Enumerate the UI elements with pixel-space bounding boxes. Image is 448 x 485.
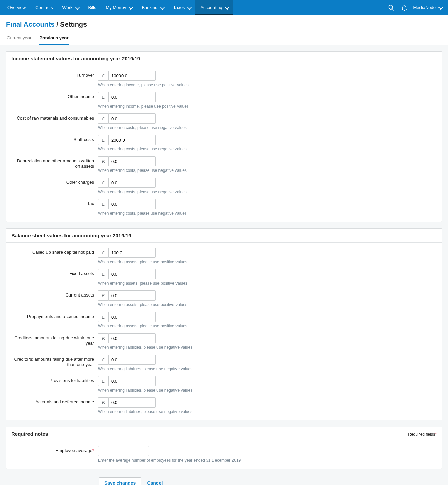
form-row: Cost of raw materials and consumables£Wh… <box>11 113 437 134</box>
value-input[interactable] <box>108 248 156 258</box>
input-group: £ <box>98 178 187 188</box>
balance-panel: Balance sheet values for accounting year… <box>6 228 442 420</box>
notes-panel: Required notes Required fields* Employee… <box>6 427 442 469</box>
field-column: £When entering liabilities, please use n… <box>98 355 192 375</box>
field-label: Current assets <box>11 290 98 298</box>
input-group: £ <box>98 269 187 279</box>
bell-icon[interactable] <box>400 4 408 12</box>
value-input[interactable] <box>108 199 156 209</box>
field-hint: When entering costs, please use negative… <box>98 168 187 173</box>
field-label: Creditors: amounts falling due after mor… <box>11 355 98 368</box>
value-input[interactable] <box>98 446 149 456</box>
form-row: Other income£When entering income, pleas… <box>11 92 437 113</box>
currency-prefix: £ <box>98 376 108 386</box>
nav-label: Bills <box>88 5 96 10</box>
income-panel-title: Income statement values for accounting y… <box>6 52 442 66</box>
asterisk-icon: * <box>435 432 437 437</box>
field-label: Creditors: amounts falling due within on… <box>11 333 98 346</box>
content: Income statement values for accounting y… <box>0 45 448 485</box>
save-button[interactable]: Save changes <box>99 477 141 485</box>
currency-prefix: £ <box>98 333 108 343</box>
field-hint: When entering assets, please use positiv… <box>98 302 187 307</box>
form-row: Prepayments and accrued income£When ente… <box>11 312 437 333</box>
nav-my-money[interactable]: My Money <box>101 0 137 15</box>
field-label: Prepayments and accrued income <box>11 312 98 319</box>
value-input[interactable] <box>108 312 156 322</box>
svg-point-0 <box>389 5 393 9</box>
value-input[interactable] <box>108 135 156 145</box>
breadcrumb-link[interactable]: Final Accounts <box>6 21 55 28</box>
nav-label: Overview <box>7 5 26 10</box>
field-column: £When entering liabilities, please use n… <box>98 376 192 397</box>
value-input[interactable] <box>108 269 156 279</box>
nav-work[interactable]: Work <box>58 0 83 15</box>
page-header: Final Accounts / Settings Current year P… <box>0 15 448 45</box>
nav-overview[interactable]: Overview <box>3 0 31 15</box>
field-hint: When entering costs, please use negative… <box>98 190 187 194</box>
currency-prefix: £ <box>98 178 108 188</box>
input-group: £ <box>98 355 192 365</box>
value-input[interactable] <box>108 92 156 102</box>
value-input[interactable] <box>108 290 156 301</box>
currency-prefix: £ <box>98 92 108 102</box>
field-column: £When entering costs, please use negativ… <box>98 199 187 220</box>
required-fields-label: Required fields* <box>408 432 437 437</box>
form-row: Tax£When entering costs, please use nega… <box>11 199 437 220</box>
svg-line-1 <box>392 8 394 10</box>
tab-previous-year[interactable]: Previous year <box>39 33 69 45</box>
field-label: Staff costs <box>11 135 98 142</box>
input-group: £ <box>98 248 187 258</box>
cancel-button[interactable]: Cancel <box>147 480 163 485</box>
field-hint: When entering assets, please use positiv… <box>98 259 187 264</box>
nav-bills[interactable]: Bills <box>83 0 101 15</box>
field-label: Other charges <box>11 178 98 185</box>
nav-accounting[interactable]: Accounting <box>195 0 233 15</box>
tabs: Current year Previous year <box>6 33 442 45</box>
value-input[interactable] <box>108 178 156 188</box>
value-input[interactable] <box>108 156 156 166</box>
nav-banking[interactable]: Banking <box>137 0 168 15</box>
nav-taxes[interactable]: Taxes <box>168 0 195 15</box>
field-column: £When entering assets, please use positi… <box>98 312 187 333</box>
field-label: Cost of raw materials and consumables <box>11 113 98 121</box>
field-column: £When entering assets, please use positi… <box>98 269 187 290</box>
field-hint: When entering liabilities, please use ne… <box>98 409 192 414</box>
value-input[interactable] <box>108 71 156 81</box>
search-icon[interactable] <box>388 4 395 12</box>
value-input[interactable] <box>108 333 156 343</box>
input-group: £ <box>98 135 187 145</box>
form-row: Other charges£When entering costs, pleas… <box>11 178 437 198</box>
chevron-down-icon <box>75 5 80 10</box>
chevron-down-icon <box>129 5 133 10</box>
nav-right: MediaNode <box>388 0 446 15</box>
input-group: £ <box>98 92 189 102</box>
tab-current-year[interactable]: Current year <box>6 33 32 45</box>
value-input[interactable] <box>108 113 156 124</box>
input-group: £ <box>98 333 192 343</box>
nav-contacts[interactable]: Contacts <box>31 0 57 15</box>
nav-left: Overview Contacts Work Bills My Money Ba… <box>3 0 233 15</box>
field-label: Depreciation and other amounts written o… <box>11 156 98 169</box>
chevron-down-icon <box>225 5 229 10</box>
value-input[interactable] <box>108 376 156 386</box>
currency-prefix: £ <box>98 355 108 365</box>
company-menu[interactable]: MediaNode <box>413 5 442 10</box>
notes-panel-title: Required notes Required fields* <box>6 427 442 441</box>
balance-panel-title: Balance sheet values for accounting year… <box>6 229 442 243</box>
field-column: £When entering income, please use positi… <box>98 92 189 113</box>
company-name: MediaNode <box>413 5 436 10</box>
field-hint: When entering assets, please use positiv… <box>98 324 187 328</box>
nav-label: Accounting <box>200 5 222 10</box>
currency-prefix: £ <box>98 113 108 124</box>
field-label: Employee average* <box>11 446 98 453</box>
currency-prefix: £ <box>98 156 108 166</box>
field-hint: When entering income, please use positiv… <box>98 104 189 109</box>
breadcrumb: Final Accounts / Settings <box>6 21 442 29</box>
field-column: £When entering costs, please use negativ… <box>98 113 187 134</box>
panel-title-text: Income statement values for accounting y… <box>11 56 140 61</box>
form-row: Depreciation and other amounts written o… <box>11 156 437 177</box>
value-input[interactable] <box>108 355 156 365</box>
nav-label: Taxes <box>173 5 185 10</box>
form-row: Employee average*Enter the average numbe… <box>11 446 437 467</box>
value-input[interactable] <box>108 397 156 408</box>
